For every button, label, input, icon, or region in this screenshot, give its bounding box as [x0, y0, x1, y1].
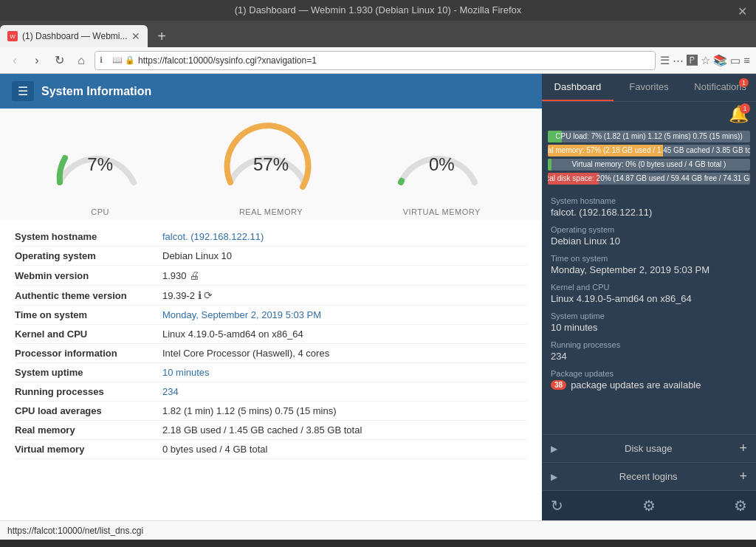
cpu-progress-text: CPU load: 7% (1.82 (1 min) 1.12 (5 mins)…	[555, 131, 742, 142]
row-value: 2.18 GB used / 1.45 GB cached / 3.85 GB …	[162, 424, 362, 436]
history-icon[interactable]: 📚	[713, 54, 727, 67]
status-bar: https://falcot:10000/net/list_dns.cgi	[0, 520, 756, 540]
cpu-gauge: 7% CPU	[45, 116, 156, 216]
sysinfo-uptime-label: System uptime	[551, 312, 747, 320]
sysinfo-os-label: Operating system	[551, 225, 747, 234]
tab-favicon: W	[7, 31, 18, 41]
vmem-progress-fill	[548, 159, 551, 171]
sysinfo-time: Time on system Monday, September 2, 2019…	[551, 254, 747, 275]
row-value: Linux 4.19.0-5-amd64 on x86_64	[162, 328, 303, 340]
cpu-gauge-label: CPU	[91, 207, 109, 216]
virtual-memory-gauge-value: 0%	[429, 154, 455, 175]
refresh-footer-icon[interactable]: ↻	[551, 497, 563, 515]
sysinfo-uptime-value: 10 minutes	[551, 322, 747, 333]
disk-usage-header[interactable]: ▶ Disk usage +	[551, 441, 747, 456]
row-value[interactable]: falcot. (192.168.122.11)	[162, 231, 264, 242]
table-row: CPU load averages 1.82 (1 min) 1.12 (5 m…	[15, 402, 527, 421]
disk-progress-bar: Local disk space: 20% (14.87 GB used / 5…	[548, 173, 750, 185]
real-memory-gauge-container: 57%	[219, 116, 323, 204]
table-row: System uptime 10 minutes	[15, 363, 527, 382]
table-row: Time on system Monday, September 2, 2019…	[15, 306, 527, 325]
bell-button[interactable]: 🔔 1	[729, 105, 749, 124]
sysinfo-package-updates: Package updates 38 package updates are a…	[551, 369, 747, 391]
sysinfo-section: System hostname falcot. (192.168.122.11)…	[542, 190, 756, 434]
forward-button[interactable]: ›	[28, 52, 46, 69]
menu-icon[interactable]: ≡	[743, 54, 750, 66]
mem-progress-item: Real memory: 57% (2.18 GB used / 1.45 GB…	[548, 145, 750, 156]
row-label: System uptime	[15, 367, 162, 378]
print-icon[interactable]: 🖨	[189, 269, 199, 281]
reader-icon: 📖	[112, 55, 123, 66]
row-value: Intel Core Processor (Haswell), 4 cores	[162, 348, 329, 359]
row-label: Operating system	[15, 250, 162, 261]
package-updates-badge: 38	[551, 380, 566, 390]
sysinfo-os-value: Debian Linux 10	[551, 235, 747, 247]
table-row: System hostname falcot. (192.168.122.11)	[15, 227, 527, 247]
sysinfo-time-label: Time on system	[551, 254, 747, 263]
vmem-progress-text: Virtual memory: 0% (0 bytes used / 4 GB …	[572, 159, 726, 171]
browser-nav: ‹ › ↻ ⌂ ℹ 📖 🔒 ☰ ⋯ 🅿 ☆ 📚 ▭ ≡	[0, 47, 756, 74]
sysinfo-hostname: System hostname falcot. (192.168.122.11)	[551, 196, 747, 218]
sysinfo-uptime: System uptime 10 minutes	[551, 312, 747, 333]
sysinfo-processes-value: 234	[551, 351, 747, 362]
sysinfo-hostname-value: falcot. (192.168.122.11)	[551, 207, 747, 218]
row-label: Webmin version	[15, 270, 162, 281]
virtual-memory-gauge-label: VIRTUAL MEMORY	[403, 207, 481, 216]
info-icon: ℹ	[100, 55, 110, 66]
disk-usage-add-icon[interactable]: +	[739, 441, 747, 456]
active-tab[interactable]: W (1) Dashboard — Webmi... ✕	[0, 25, 148, 47]
real-memory-gauge-label: REAL MEMORY	[239, 207, 303, 216]
theme-info-icon[interactable]: ℹ	[198, 289, 202, 301]
disk-progress-item: Local disk space: 20% (14.87 GB used / 5…	[548, 173, 750, 185]
bell-badge: 1	[740, 103, 750, 114]
left-panel: ☰ System Information 7% CPU	[0, 74, 542, 520]
close-button[interactable]: ✕	[738, 4, 747, 19]
row-value: 0 bytes used / 4 GB total	[162, 444, 267, 455]
row-value: 1.82 (1 min) 1.12 (5 mins) 0.75 (15 mins…	[162, 405, 337, 416]
gear-footer-icon[interactable]: ⚙	[734, 497, 747, 515]
tab-close-button[interactable]: ✕	[131, 30, 140, 42]
pocket-icon[interactable]: 🅿	[687, 54, 698, 66]
row-value: 1.930 🖨	[162, 269, 199, 281]
url-input[interactable]	[138, 55, 650, 66]
sysinfo-kernel-value: Linux 4.19.0-5-amd64 on x86_64	[551, 293, 747, 304]
recent-logins-header[interactable]: ▶ Recent logins +	[551, 469, 747, 484]
package-updates-row: 38 package updates are available	[551, 379, 747, 391]
refresh-button[interactable]: ↻	[50, 52, 68, 69]
hamburger-button[interactable]: ☰	[12, 81, 34, 101]
settings-alt-footer-icon[interactable]: ⚙	[642, 497, 656, 515]
right-panel-footer: ↻ ⚙ ⚙	[542, 490, 756, 520]
theme-refresh-icon[interactable]: ⟳	[204, 289, 213, 301]
table-row: Real memory 2.18 GB used / 1.45 GB cache…	[15, 421, 527, 440]
bookmark-list-icon[interactable]: ☰	[660, 54, 670, 67]
titlebar-text: (1) Dashboard — Webmin 1.930 (Debian Lin…	[235, 4, 521, 16]
home-button[interactable]: ⌂	[72, 52, 90, 69]
row-label: System hostname	[15, 231, 162, 242]
row-value[interactable]: Monday, September 2, 2019 5:03 PM	[162, 309, 321, 320]
sysinfo-processes: Running processes 234	[551, 340, 747, 362]
sysinfo-kernel-label: Kernel and CPU	[551, 283, 747, 292]
back-button[interactable]: ‹	[6, 52, 24, 69]
tab-favorites[interactable]: Favorites	[614, 74, 685, 101]
recent-logins-add-icon[interactable]: +	[739, 469, 747, 484]
row-value[interactable]: 10 minutes	[162, 367, 210, 378]
table-row: Authentic theme version 19.39-2 ℹ ⟳	[15, 286, 527, 306]
row-label: Running processes	[15, 386, 162, 397]
row-label: Time on system	[15, 309, 162, 320]
disk-usage-chevron: ▶	[551, 444, 557, 454]
new-tab-button[interactable]: +	[151, 25, 173, 47]
tab-dashboard[interactable]: Dashboard	[542, 74, 614, 101]
notifications-icon-bar: 🔔 1	[542, 102, 756, 127]
sidebar-toggle-icon[interactable]: ▭	[730, 54, 740, 67]
tab-notifications[interactable]: Notifications 1	[684, 74, 756, 101]
more-options-icon[interactable]: ⋯	[673, 54, 684, 67]
table-row: Virtual memory 0 bytes used / 4 GB total	[15, 440, 527, 459]
row-value: 19.39-2 ℹ ⟳	[162, 289, 213, 301]
row-value[interactable]: 234	[162, 386, 179, 397]
gauge-section: 7% CPU 57% REAL MEMORY	[0, 109, 542, 220]
star-icon[interactable]: ☆	[701, 54, 710, 67]
disk-progress-text: Local disk space: 20% (14.87 GB used / 5…	[548, 173, 750, 185]
cpu-progress-bar: CPU load: 7% (1.82 (1 min) 1.12 (5 mins)…	[548, 131, 750, 142]
table-row: Kernel and CPU Linux 4.19.0-5-amd64 on x…	[15, 325, 527, 344]
real-memory-gauge-value: 57%	[253, 154, 289, 175]
